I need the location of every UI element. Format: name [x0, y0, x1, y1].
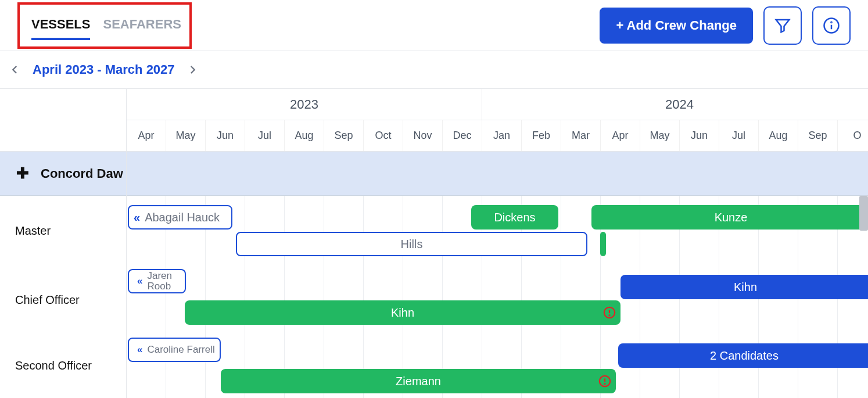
assignment-bar-kihn-current[interactable]: Kihn	[185, 300, 620, 325]
month-header: Feb	[522, 120, 561, 151]
bar-label: Kunze	[715, 211, 748, 224]
chevron-right-icon	[187, 64, 198, 75]
assignment-bar-roob[interactable]: «Jaren Roob	[128, 269, 186, 293]
bar-label: Abagail Hauck	[145, 211, 220, 224]
role-row-master: Master	[0, 196, 126, 266]
chevron-left-icon	[10, 64, 20, 75]
role-label: Master	[15, 224, 51, 238]
month-header-row: AprMayJunJulAugSepOctNovDecJanFebMarAprM…	[127, 120, 868, 152]
assignment-bar-candidates[interactable]: 2 Candidates	[618, 343, 868, 368]
assignment-bar-kunze[interactable]: Kunze	[591, 205, 868, 230]
bar-label: Jaren Roob	[147, 271, 185, 292]
bar-label: Kihn	[734, 281, 757, 294]
chevron-double-left-icon: «	[137, 345, 142, 355]
top-header: VESSELS SEAFARERS + Add Crew Change	[0, 0, 868, 51]
tab-seafarers[interactable]: SEAFARERS	[103, 11, 181, 40]
warning-icon	[598, 375, 611, 388]
year-header: 2024	[482, 89, 868, 120]
expand-vessel-icon[interactable]: ✚	[16, 164, 29, 182]
date-next-button[interactable]	[185, 63, 199, 77]
assignment-bar-farrell[interactable]: «Caroline Farrell	[128, 338, 221, 362]
bar-label: 2 Candidates	[710, 349, 779, 363]
month-header: Apr	[127, 120, 166, 151]
date-prev-button[interactable]	[8, 63, 22, 77]
role-row-second-officer: Second Officer	[0, 334, 126, 397]
bar-label: Kihn	[391, 306, 414, 320]
svg-point-2	[831, 21, 831, 22]
warning-icon	[603, 306, 616, 319]
month-header: May	[640, 120, 680, 151]
month-header: Oct	[364, 120, 403, 151]
assignment-bar-kihn-future[interactable]: Kihn	[620, 275, 868, 299]
assignment-bar-small[interactable]	[600, 232, 606, 256]
tabs-container-highlight: VESSELS SEAFARERS	[17, 2, 192, 49]
month-header: Jun	[206, 120, 245, 151]
date-range-label[interactable]: April 2023 - March 2027	[33, 62, 175, 77]
left-spacer	[0, 89, 126, 152]
bar-label: Ziemann	[396, 375, 441, 388]
info-icon	[823, 17, 840, 34]
bar-label: Dickens	[494, 211, 535, 224]
year-header: 2023	[127, 89, 482, 120]
timeline-left-column: ✚ Concord Daw Master Chief Officer Secon…	[0, 89, 127, 398]
info-button[interactable]	[812, 6, 851, 45]
vessel-name: Concord Daw	[41, 166, 123, 181]
month-header: Aug	[285, 120, 324, 151]
svg-point-5	[609, 315, 609, 315]
month-header: Aug	[759, 120, 798, 151]
header-actions: + Add Crew Change	[600, 6, 851, 45]
timeline: ✚ Concord Daw Master Chief Officer Secon…	[0, 89, 868, 398]
month-header: O	[838, 120, 868, 151]
month-header: Jan	[482, 120, 522, 151]
month-header: May	[166, 120, 206, 151]
chevron-double-left-icon: «	[137, 276, 142, 286]
month-header: Dec	[443, 120, 482, 151]
month-header: Sep	[798, 120, 838, 151]
month-header: Nov	[403, 120, 443, 151]
month-header: Apr	[601, 120, 640, 151]
timeline-grid[interactable]: 20232024 AprMayJunJulAugSepOctNovDecJanF…	[127, 89, 868, 398]
month-header: Jul	[245, 120, 285, 151]
month-header: Mar	[561, 120, 601, 151]
grid-vessel-band	[127, 152, 868, 196]
date-range-bar: April 2023 - March 2027	[0, 51, 868, 89]
vessel-row[interactable]: ✚ Concord Daw	[0, 152, 126, 196]
chevron-double-left-icon: «	[134, 211, 140, 224]
filter-button[interactable]	[763, 6, 802, 45]
year-header-row: 20232024	[127, 89, 868, 120]
month-header: Jun	[680, 120, 719, 151]
assignment-bar-hills[interactable]: Hills	[236, 232, 587, 256]
bar-label: Caroline Farrell	[147, 345, 214, 355]
month-header: Jul	[719, 120, 759, 151]
assignment-bar-hauck[interactable]: «Abagail Hauck	[128, 205, 232, 230]
role-label: Chief Officer	[15, 293, 80, 307]
tab-vessels[interactable]: VESSELS	[31, 11, 90, 40]
svg-point-8	[604, 383, 605, 384]
assignment-bar-dickens[interactable]: Dickens	[471, 205, 558, 230]
add-crew-change-button[interactable]: + Add Crew Change	[600, 8, 753, 44]
bar-label: Hills	[401, 238, 423, 251]
assignment-bar-ziemann[interactable]: Ziemann	[221, 369, 616, 393]
vertical-scrollbar[interactable]	[859, 196, 868, 231]
funnel-icon	[774, 17, 791, 34]
role-row-chief-officer: Chief Officer	[0, 266, 126, 334]
month-header: Sep	[324, 120, 364, 151]
role-label: Second Officer	[15, 359, 92, 372]
